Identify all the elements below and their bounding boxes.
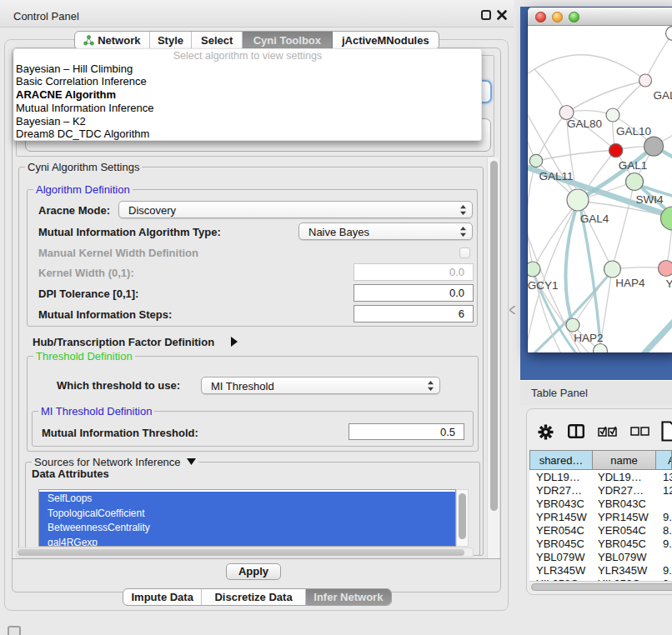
table-row[interactable]: YPR145WYPR145W9. [529, 511, 672, 524]
control-panel-titlebar: Control Panel [0, 0, 514, 28]
tab-select[interactable]: Select [192, 32, 243, 49]
table-column-header[interactable]: A [656, 451, 671, 469]
tab-discretize-data[interactable]: Discretize Data [202, 589, 305, 605]
network-node-swi4[interactable] [626, 173, 644, 191]
attribute-item[interactable]: TopologicalCoefficient [39, 507, 455, 522]
algorithm-option[interactable]: Mutual Information Inference [14, 102, 481, 115]
sources-group-title[interactable]: Sources for Network Inference [32, 456, 198, 468]
algorithm-option[interactable]: Bayesian – Hill Climbing [14, 62, 481, 76]
network-node-gray[interactable] [644, 137, 664, 156]
attribute-item[interactable]: BetweennessCentrality [39, 521, 455, 536]
settings-horizontal-scrollbar[interactable] [16, 548, 474, 558]
tab-cyni-toolbox[interactable]: Cyni Toolbox [243, 32, 333, 49]
document-icon[interactable] [661, 421, 672, 442]
split-divider-collapse-icon[interactable] [509, 306, 515, 314]
table-horizontal-scrollbar-thumb[interactable] [531, 583, 672, 592]
dpi-tolerance-field[interactable]: 0.0 [354, 284, 474, 302]
settings-vertical-scrollbar[interactable] [487, 158, 500, 558]
tab-label: Discretize Data [214, 591, 292, 603]
tool-panel-float-icon[interactable] [8, 626, 21, 635]
close-traffic-light[interactable] [535, 12, 546, 22]
settings-vertical-scrollbar-thumb[interactable] [490, 161, 498, 511]
data-attributes-list[interactable]: SelfLoopsTopologicalCoefficientBetweenne… [38, 489, 456, 547]
expand-right-arrow-icon[interactable] [230, 337, 238, 347]
tab-infer-network[interactable]: Infer Network [306, 589, 391, 605]
tab-network[interactable]: Network [75, 32, 150, 49]
mi-algorithm-type-label: Mutual Information Algorithm Type: [38, 226, 221, 238]
network-node-gal11[interactable] [529, 154, 542, 167]
table-column-header[interactable]: name [593, 451, 656, 469]
mi-threshold-field[interactable]: 0.5 [349, 423, 464, 440]
table-column-header[interactable]: shared… [530, 451, 593, 469]
which-threshold-combobox[interactable]: MI Threshold [201, 377, 440, 394]
algorithm-option[interactable]: ARACNE Algorithm [14, 88, 481, 102]
table-body: YDL19…YDL19…13YDR27…YDR27…12YBR043CYBR04… [529, 470, 672, 581]
network-node-gal1[interactable] [609, 143, 622, 157]
float-window-icon[interactable] [481, 10, 491, 20]
table-cell: YPR145W [598, 511, 649, 523]
table-row[interactable]: YDR27…YDR27…12 [529, 484, 672, 498]
table-panel-toolbar [526, 417, 672, 447]
minimize-traffic-light[interactable] [552, 12, 563, 22]
select-checks-icon[interactable] [598, 426, 618, 437]
table-row[interactable]: YDL19…YDL19…13 [529, 471, 672, 484]
zoom-traffic-light[interactable] [569, 12, 579, 22]
table-horizontal-scrollbar[interactable] [529, 581, 672, 592]
table-cell: YBR043C [598, 498, 646, 510]
algorithm-option[interactable]: Dream8 DC_TDC Algorithm [14, 128, 481, 141]
table-row[interactable]: YBR043CYBR043C [529, 498, 672, 511]
table-row[interactable]: YBR045CYBR045C9. [529, 538, 672, 551]
network-graph-canvas[interactable]: GAL80GAL10GAL1SWI4GAL11GAL4GCY1HAP4YHAP2… [528, 26, 672, 352]
table-cell: YDR27… [536, 484, 582, 497]
which-threshold-value: MI Threshold [211, 380, 274, 392]
network-node-node2[interactable] [594, 344, 608, 353]
table-cell: YDR27… [598, 484, 644, 497]
table-row[interactable]: YER054CYER054C8. [529, 524, 672, 538]
attribute-item[interactable]: SelfLoops [39, 492, 455, 507]
algorithm-option[interactable]: Basic Correlation Inference [14, 75, 481, 88]
control-panel-tabs: NetworkStyleSelectCyni ToolboxjActiveMNo… [74, 31, 439, 50]
settings-horizontal-scrollbar-thumb[interactable] [18, 549, 464, 556]
manual-kernel-width-checkbox[interactable] [459, 248, 470, 258]
network-edge [579, 201, 612, 268]
settings-pane-bottom-border [12, 558, 501, 559]
settings-gear-icon[interactable] [538, 424, 554, 440]
close-icon[interactable] [496, 9, 508, 21]
collapse-down-arrow-icon[interactable] [187, 458, 196, 465]
column-layout-icon[interactable] [568, 424, 584, 438]
algorithm-option[interactable]: Bayesian – K2 [14, 115, 481, 128]
aracne-mode-combobox[interactable]: Discovery [118, 201, 473, 218]
mi-algorithm-type-combobox[interactable]: Naive Bayes [298, 222, 473, 240]
cyni-algorithm-settings-title: Cyni Algorithm Settings [25, 161, 142, 173]
tab-impute-data[interactable]: Impute Data [123, 589, 202, 605]
mi-steps-field[interactable]: 6 [354, 305, 474, 322]
attribute-list-scrollbar[interactable] [456, 489, 469, 547]
network-node-pinkt[interactable] [639, 74, 652, 87]
attribute-item[interactable]: gal4RGexp [39, 536, 455, 548]
tab-jactivemnodules[interactable]: jActiveMNodules [333, 32, 439, 49]
tab-label: Network [98, 34, 140, 47]
network-node-gcy1[interactable] [528, 262, 540, 277]
network-node-pinkr[interactable] [659, 261, 672, 277]
tab-label: Style [158, 34, 183, 47]
tab-style[interactable]: Style [150, 32, 193, 49]
network-window-titlebar[interactable] [528, 8, 672, 26]
table-cell: YBL079W [598, 551, 647, 563]
hub-definition-label: Hub/Transcription Factor Definition [33, 336, 214, 348]
table-row[interactable]: YLR345WYLR345W9. [529, 564, 672, 578]
control-panel-title: Control Panel [13, 10, 79, 22]
kernel-width-field[interactable]: 0.0 [354, 263, 474, 281]
network-node-hap4[interactable] [604, 261, 621, 278]
attribute-list-scrollbar-thumb[interactable] [459, 493, 466, 539]
network-edge [626, 313, 672, 352]
network-node-whitetr[interactable] [666, 27, 672, 41]
apply-button[interactable]: Apply [226, 563, 281, 580]
network-node-hap2[interactable] [566, 318, 579, 332]
table-cell: 13 [663, 471, 672, 483]
table-row[interactable]: YBL079WYBL079W [529, 551, 672, 564]
network-view-window[interactable]: GAL80GAL10GAL1SWI4GAL11GAL4GCY1HAP4YHAP2… [528, 8, 672, 352]
deselect-checks-icon[interactable] [630, 427, 649, 436]
network-node-gal4[interactable] [567, 189, 589, 211]
network-node-gal10[interactable] [606, 108, 619, 122]
table-cell: YLR345W [536, 564, 585, 577]
